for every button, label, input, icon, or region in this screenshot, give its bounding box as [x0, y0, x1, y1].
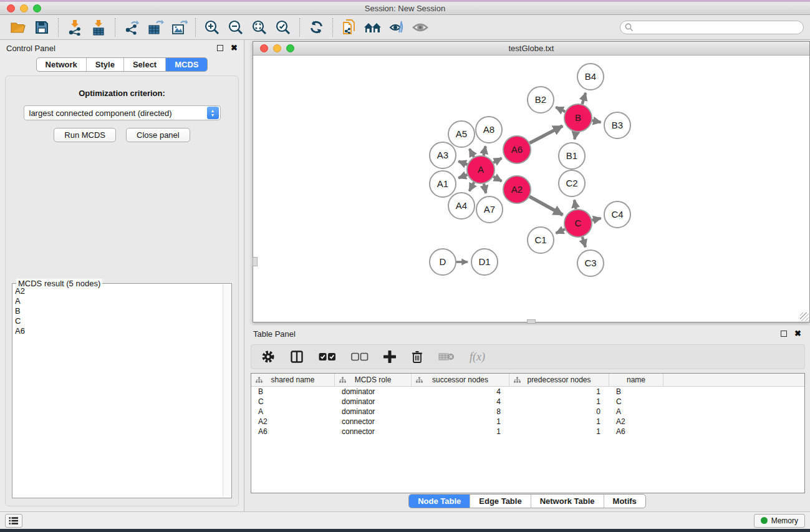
open-folder-icon — [10, 20, 27, 35]
cell-name: A — [609, 407, 663, 417]
edge-A-A5[interactable] — [470, 149, 474, 157]
edge-A-A2[interactable] — [493, 177, 501, 181]
zoom-fit-button[interactable] — [248, 17, 271, 38]
control-panel: Control Panel ✖ NetworkStyleSelectMCDS O… — [0, 40, 244, 511]
save-floppy-icon — [34, 20, 49, 35]
run-mcds-button[interactable]: Run MCDS — [54, 128, 116, 142]
network-window-titlebar[interactable]: testGlobe.txt — [253, 42, 809, 56]
cell-name: A2 — [609, 417, 663, 427]
import-table-button[interactable] — [87, 17, 110, 38]
open-file-button[interactable] — [6, 17, 30, 38]
edge-A-A3[interactable] — [458, 162, 467, 165]
edge-A-A7[interactable] — [484, 183, 486, 193]
tab-network[interactable]: Network — [37, 58, 86, 71]
save-session-button[interactable] — [30, 17, 54, 38]
mcds-result-box: MCDS result (5 nodes) A2ABCA6 — [12, 283, 232, 498]
tab-mcds[interactable]: MCDS — [165, 58, 207, 71]
tab-style[interactable]: Style — [86, 58, 123, 71]
duplicate-network-icon — [341, 19, 357, 36]
column-header-MCDS-role[interactable]: MCDS role — [335, 374, 412, 386]
tab-motifs[interactable]: Motifs — [604, 495, 645, 508]
show-hide-panel-button[interactable] — [408, 17, 432, 38]
edge-A-A8[interactable] — [484, 146, 486, 155]
edge-C-C2[interactable] — [574, 200, 576, 210]
add-column-button[interactable] — [383, 351, 396, 363]
export-table-button[interactable] — [143, 17, 167, 38]
column-header-successor-nodes[interactable]: successor nodes — [412, 374, 509, 386]
table-row[interactable]: Cdominator41C — [251, 397, 804, 407]
column-header-name[interactable]: name — [609, 374, 663, 386]
column-view-button[interactable] — [290, 350, 304, 364]
close-table-panel-icon[interactable]: ✖ — [794, 331, 801, 337]
edge-A2-C[interactable] — [529, 196, 562, 215]
tab-edge-table[interactable]: Edge Table — [470, 495, 530, 508]
edge-B-B2[interactable] — [556, 107, 565, 112]
edge-B-B3[interactable] — [592, 120, 601, 122]
settings-gear-button[interactable] — [261, 350, 275, 364]
select-all-checkboxes-button[interactable] — [319, 352, 336, 361]
network-canvas[interactable]: B4B2BB3A8A5A6B1A3AA1C2A2A4A7CC4C1C3DD1 — [253, 56, 809, 322]
duplicate-network-button[interactable] — [337, 17, 361, 38]
delete-columns-button[interactable] — [411, 350, 423, 364]
tab-network-table[interactable]: Network Table — [531, 495, 604, 508]
criterion-dropdown[interactable]: largest connected component (directed) ▲… — [24, 105, 221, 120]
delete-table-button[interactable] — [438, 352, 455, 362]
memory-button[interactable]: Memory — [754, 514, 805, 528]
node-label-A: A — [478, 164, 484, 175]
column-header-predecessor-nodes[interactable]: predecessor nodes — [509, 374, 609, 386]
cell-MCDS-role: dominator — [335, 397, 412, 407]
mcds-list-scrollbar[interactable] — [223, 284, 231, 497]
zoom-fit-icon — [251, 19, 268, 36]
search-icon — [625, 23, 634, 32]
mcds-result-item[interactable]: B — [15, 306, 222, 316]
mcds-result-item[interactable]: C — [15, 316, 222, 326]
cell-predecessor-nodes: 0 — [509, 407, 609, 417]
window-left-grip[interactable] — [253, 257, 258, 266]
zoom-out-button[interactable] — [224, 17, 248, 38]
column-view-icon — [290, 350, 304, 364]
deselect-all-checkboxes-button[interactable] — [351, 352, 369, 361]
close-panel-icon[interactable]: ✖ — [231, 45, 238, 51]
task-history-button[interactable] — [5, 514, 22, 528]
import-network-button[interactable] — [63, 17, 87, 38]
edge-A-A4[interactable] — [470, 182, 474, 191]
cell-shared-name: A2 — [251, 417, 335, 427]
mcds-result-item[interactable]: A — [15, 296, 222, 306]
table-row[interactable]: Adominator80A — [251, 407, 804, 417]
window-bottom-grip[interactable] — [527, 319, 536, 324]
edge-A-A1[interactable] — [458, 175, 467, 178]
refresh-view-button[interactable] — [304, 17, 328, 38]
toolbar-separator — [115, 18, 115, 37]
fx-icon: f(x) — [470, 351, 485, 364]
hide-graphics-details-button[interactable] — [385, 17, 408, 38]
float-table-panel-icon[interactable] — [781, 331, 787, 337]
tab-node-table[interactable]: Node Table — [409, 495, 470, 508]
edge-A6-B[interactable] — [529, 126, 562, 143]
table-row[interactable]: A6connector11A6 — [251, 427, 804, 437]
edge-A-A6[interactable] — [493, 158, 501, 163]
export-image-button[interactable] — [167, 17, 191, 38]
edge-C-C3[interactable] — [582, 237, 586, 247]
close-panel-button[interactable]: Close panel — [126, 128, 190, 142]
edge-B-B4[interactable] — [582, 93, 586, 104]
edge-B-B1[interactable] — [574, 132, 576, 140]
table-row[interactable]: Bdominator41B — [251, 387, 804, 397]
function-builder-button[interactable]: f(x) — [470, 351, 485, 364]
window-resize-grip[interactable] — [800, 312, 809, 321]
main-toolbar — [0, 15, 810, 40]
node-label-C2: C2 — [566, 178, 577, 188]
mcds-result-item[interactable]: A6 — [15, 326, 222, 336]
search-input[interactable] — [620, 21, 804, 34]
table-row[interactable]: A2connector11A2 — [251, 417, 804, 427]
export-network-button[interactable] — [120, 17, 143, 38]
zoom-selected-button[interactable] — [271, 17, 295, 38]
node-label-A7: A7 — [484, 204, 495, 215]
mcds-result-item[interactable]: A2 — [15, 286, 222, 296]
zoom-in-button[interactable] — [200, 17, 224, 38]
edge-C-C1[interactable] — [556, 229, 565, 233]
edge-C-C4[interactable] — [592, 218, 600, 220]
column-header-shared-name[interactable]: shared name — [251, 374, 335, 386]
tab-select[interactable]: Select — [123, 58, 165, 71]
float-panel-icon[interactable] — [217, 45, 223, 51]
home-apply-layout-button[interactable] — [361, 17, 385, 38]
